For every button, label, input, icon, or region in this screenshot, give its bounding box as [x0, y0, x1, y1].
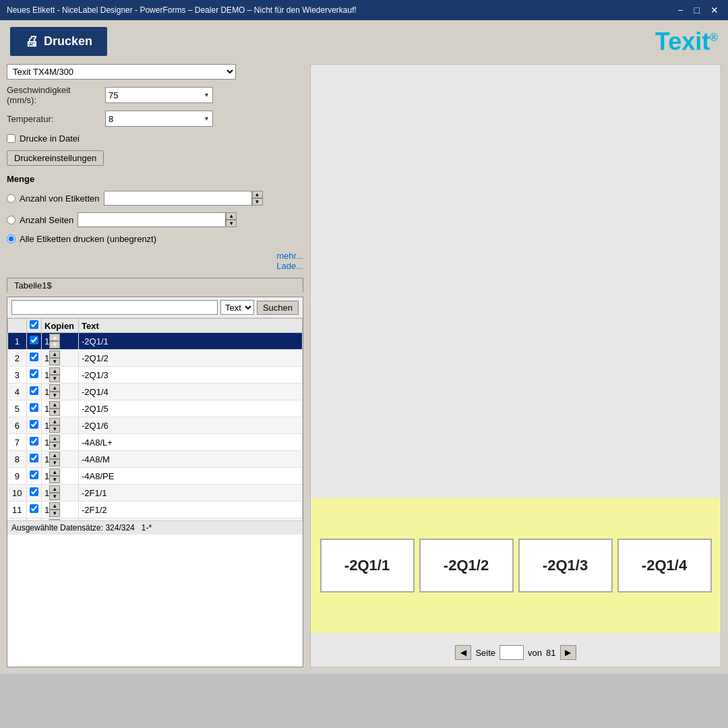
speed-value: 75 — [109, 90, 118, 100]
kopien-spin-up[interactable]: ▲ — [49, 435, 60, 442]
row-checkbox[interactable] — [30, 471, 38, 479]
row-num: 7 — [8, 434, 27, 451]
row-text: -4A8/M — [79, 451, 303, 468]
status-text: Ausgewählte Datensätze: 324/324 — [11, 523, 135, 533]
total-pages: 81 — [546, 648, 555, 658]
mehr-link[interactable]: mehr... — [276, 251, 303, 261]
kopien-spin-up[interactable]: ▲ — [49, 367, 60, 375]
search-type-select[interactable]: Text — [220, 300, 254, 315]
row-checkbox-cell[interactable] — [27, 367, 42, 384]
kopien-spin-up[interactable]: ▲ — [49, 485, 60, 493]
kopien-spin-down[interactable]: ▼ — [49, 459, 60, 466]
table-row[interactable]: 51▲▼-2Q1/5 — [8, 400, 303, 417]
col-header-text: Text — [79, 319, 303, 333]
kopien-spin-down[interactable]: ▼ — [49, 358, 60, 365]
kopien-spin-up[interactable]: ▲ — [49, 502, 60, 510]
kopien-spin-up[interactable]: ▲ — [49, 519, 60, 520]
row-checkbox-cell[interactable] — [27, 518, 42, 521]
table-row[interactable]: 91▲▼-4A8/PE — [8, 468, 303, 485]
row-checkbox-cell[interactable] — [27, 502, 42, 518]
select-all-checkbox[interactable] — [30, 320, 38, 329]
table-tab[interactable]: Tabelle1$ — [7, 278, 303, 293]
seiten-spinners[interactable]: ▲ ▼ — [226, 212, 237, 227]
temp-dropdown[interactable]: 8 — [105, 111, 213, 127]
row-checkbox[interactable] — [30, 437, 38, 446]
kopien-spin-up[interactable]: ▲ — [49, 418, 60, 425]
anzahl-seiten-input[interactable] — [78, 212, 226, 227]
printer-select[interactable]: Texit TX4M/300 — [7, 64, 236, 80]
etiketten-input-row: ▲ ▼ — [104, 191, 263, 206]
table-row[interactable]: 121▲▼-2F1/N1 — [8, 518, 303, 521]
kopien-spin-up[interactable]: ▲ — [49, 334, 60, 341]
kopien-spin-down[interactable]: ▼ — [49, 392, 60, 399]
page-input[interactable]: 1 — [499, 645, 524, 660]
row-checkbox-cell[interactable] — [27, 417, 42, 434]
title-bar-controls[interactable]: − □ ✕ — [675, 5, 721, 16]
search-input[interactable] — [11, 300, 218, 315]
anzahl-seiten-radio[interactable] — [7, 216, 16, 224]
kopien-spin-down[interactable]: ▼ — [49, 425, 60, 433]
row-checkbox-cell[interactable] — [27, 451, 42, 468]
row-checkbox[interactable] — [30, 369, 38, 378]
kopien-spin-up[interactable]: ▲ — [49, 384, 60, 392]
prev-page-button[interactable]: ◀ — [455, 645, 471, 660]
row-checkbox[interactable] — [30, 420, 38, 429]
maximize-button[interactable]: □ — [692, 5, 702, 16]
minimize-button[interactable]: − — [675, 5, 686, 16]
seiten-spin-down[interactable]: ▼ — [226, 220, 237, 227]
table-row[interactable]: 61▲▼-2Q1/6 — [8, 417, 303, 434]
row-checkbox[interactable] — [30, 504, 38, 513]
row-checkbox-cell[interactable] — [27, 485, 42, 502]
etiketten-spinners[interactable]: ▲ ▼ — [252, 191, 263, 206]
row-checkbox[interactable] — [30, 386, 38, 395]
close-button[interactable]: ✕ — [708, 5, 721, 16]
table-row[interactable]: 71▲▼-4A8/L+ — [8, 434, 303, 451]
etiketten-spin-up[interactable]: ▲ — [252, 191, 263, 198]
row-kopien: 1▲▼ — [42, 502, 79, 518]
row-checkbox-cell[interactable] — [27, 350, 42, 367]
anzahl-etiketten-input[interactable] — [104, 191, 252, 206]
print-button[interactable]: 🖨 Drucken — [10, 27, 107, 56]
search-button[interactable]: Suchen — [257, 301, 299, 315]
kopien-spin-up[interactable]: ▲ — [49, 452, 60, 459]
row-checkbox[interactable] — [30, 487, 38, 496]
row-checkbox-cell[interactable] — [27, 434, 42, 451]
anzahl-etiketten-radio[interactable] — [7, 194, 16, 203]
print-to-file-checkbox[interactable] — [7, 134, 16, 143]
table-row[interactable]: 111▲▼-2F1/2 — [8, 502, 303, 518]
row-num: 9 — [8, 468, 27, 485]
seiten-spin-up[interactable]: ▲ — [226, 212, 237, 220]
row-checkbox-cell[interactable] — [27, 333, 42, 350]
speed-dropdown[interactable]: 75 — [105, 87, 213, 103]
pagination-bar: ◀ Seite 1 von 81 ▶ — [311, 645, 721, 660]
kopien-spin-down[interactable]: ▼ — [49, 408, 60, 416]
kopien-spin-up[interactable]: ▲ — [49, 468, 60, 476]
kopien-spin-down[interactable]: ▼ — [49, 341, 60, 348]
kopien-spin-up[interactable]: ▲ — [49, 351, 60, 358]
table-row[interactable]: 11▲▼-2Q1/1 — [8, 333, 303, 350]
etiketten-spin-down[interactable]: ▼ — [252, 198, 263, 206]
table-row[interactable]: 31▲▼-2Q1/3 — [8, 367, 303, 384]
lade-link[interactable]: Lade... — [276, 261, 303, 271]
row-checkbox-cell[interactable] — [27, 468, 42, 485]
kopien-spin-down[interactable]: ▼ — [49, 510, 60, 517]
row-checkbox-cell[interactable] — [27, 400, 42, 417]
table-row[interactable]: 81▲▼-4A8/M — [8, 451, 303, 468]
kopien-spin-down[interactable]: ▼ — [49, 476, 60, 483]
printer-settings-button[interactable]: Druckereinstellungen — [7, 150, 104, 166]
kopien-spin-up[interactable]: ▲ — [49, 401, 60, 408]
row-checkbox-cell[interactable] — [27, 384, 42, 400]
kopien-spin-down[interactable]: ▼ — [49, 375, 60, 382]
row-checkbox[interactable] — [30, 403, 38, 412]
next-page-button[interactable]: ▶ — [560, 645, 576, 660]
table-row[interactable]: 21▲▼-2Q1/2 — [8, 350, 303, 367]
kopien-spin-down[interactable]: ▼ — [49, 442, 60, 450]
row-checkbox[interactable] — [30, 454, 38, 462]
table-row[interactable]: 101▲▼-2F1/1 — [8, 485, 303, 502]
row-checkbox[interactable] — [30, 353, 38, 361]
row-num: 6 — [8, 417, 27, 434]
row-checkbox[interactable] — [30, 336, 38, 344]
table-row[interactable]: 41▲▼-2Q1/4 — [8, 384, 303, 400]
alle-etiketten-radio[interactable] — [7, 235, 16, 243]
kopien-spin-down[interactable]: ▼ — [49, 493, 60, 500]
